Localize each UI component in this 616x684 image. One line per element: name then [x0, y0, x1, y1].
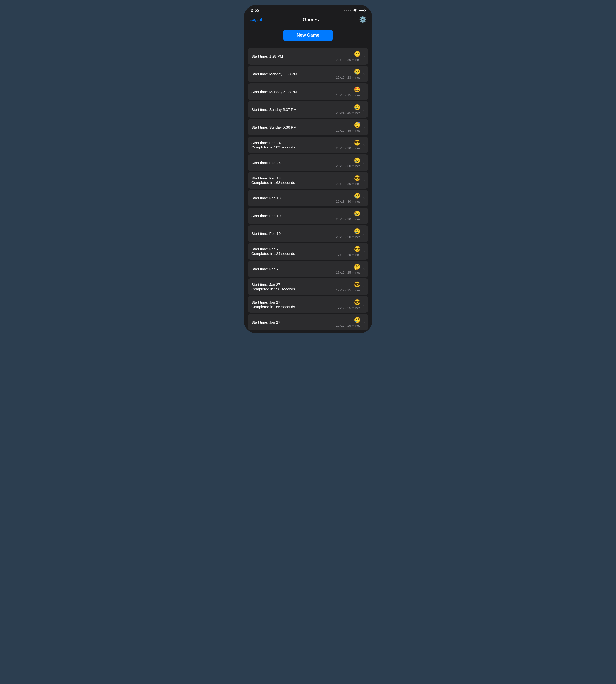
gear-icon[interactable]: ⚙️	[359, 16, 367, 23]
list-item[interactable]: Start time: Feb 10😢20x13 - 20 mines›	[248, 225, 368, 242]
game-emoji: 😢	[354, 317, 360, 323]
chevron-right-icon: ›	[364, 143, 365, 147]
game-grid-info: 15x10 - 23 mines	[336, 75, 360, 79]
game-start-time: Start time: Monday 5:38 PM	[251, 90, 336, 94]
game-grid-info: 20x13 - 30 mines	[336, 146, 360, 150]
game-grid-info: 10x10 - 15 mines	[336, 93, 360, 97]
list-item[interactable]: Start time: Monday 5:38 PM🤩10x10 - 15 mi…	[248, 84, 368, 100]
chevron-right-icon: ›	[364, 267, 365, 271]
list-item[interactable]: Start time: Monday 5:38 PM😢15x10 - 23 mi…	[248, 66, 368, 82]
game-emoji: 🤔	[354, 264, 360, 270]
game-completed-text: Completed in 196 seconds	[251, 287, 336, 291]
game-start-time: Start time: Sunday 5:36 PM	[251, 125, 336, 129]
list-item[interactable]: Start time: 1:28 PM🙂20x13 - 30 mines›	[248, 48, 368, 65]
game-grid-info: 20x13 - 30 mines	[336, 164, 360, 168]
game-emoji: 😎	[354, 175, 360, 181]
logout-button[interactable]: Logout	[249, 17, 262, 22]
chevron-right-icon: ›	[364, 214, 365, 218]
nav-bar: Logout Games ⚙️	[244, 14, 372, 26]
game-emoji: 😎	[354, 246, 360, 252]
game-grid-info: 17x12 - 25 mines	[336, 271, 360, 274]
game-completed-text: Completed in 182 seconds	[251, 145, 336, 149]
game-list: Start time: 1:28 PM🙂20x13 - 30 mines›Sta…	[244, 46, 372, 334]
list-item[interactable]: Start time: Jan 27Completed in 165 secon…	[248, 296, 368, 313]
chevron-right-icon: ›	[364, 284, 365, 289]
game-grid-info: 17x12 - 25 mines	[336, 288, 360, 292]
list-item[interactable]: Start time: Feb 7Completed in 124 second…	[248, 243, 368, 259]
game-completed-text: Completed in 168 seconds	[251, 181, 336, 185]
game-emoji: 😢	[354, 157, 360, 164]
game-emoji: 😢	[354, 210, 360, 217]
game-grid-info: 20x13 - 30 mines	[336, 200, 360, 203]
game-emoji: 🤩	[354, 86, 360, 93]
game-emoji: 😢	[354, 104, 360, 111]
game-grid-info: 17x12 - 25 mines	[336, 253, 360, 256]
game-start-time: Start time: Jan 27	[251, 300, 336, 304]
phone-frame: 2:55 Logout Games ⚙️ New Game	[244, 5, 372, 334]
game-emoji: 😢	[354, 228, 360, 235]
status-time: 2:55	[251, 8, 259, 13]
game-start-time: Start time: Jan 27	[251, 320, 336, 324]
chevron-right-icon: ›	[364, 320, 365, 324]
game-grid-info: 20x13 - 30 mines	[336, 182, 360, 186]
game-completed-text: Completed in 165 seconds	[251, 304, 336, 309]
game-start-time: Start time: Monday 5:38 PM	[251, 72, 336, 76]
game-start-time: Start time: Feb 18	[251, 176, 336, 180]
list-item[interactable]: Start time: Feb 24😢20x13 - 30 mines›	[248, 154, 368, 171]
chevron-right-icon: ›	[364, 231, 365, 236]
status-bar: 2:55	[244, 5, 372, 14]
battery-icon	[359, 9, 365, 12]
game-start-time: Start time: Feb 10	[251, 231, 336, 236]
list-item[interactable]: Start time: Feb 24Completed in 182 secon…	[248, 137, 368, 153]
game-start-time: Start time: Feb 7	[251, 247, 336, 251]
chevron-right-icon: ›	[364, 107, 365, 112]
list-item[interactable]: Start time: Feb 13😢20x13 - 30 mines›	[248, 190, 368, 206]
wifi-icon	[353, 8, 357, 13]
list-item[interactable]: Start time: Feb 10😢20x13 - 30 mines›	[248, 208, 368, 224]
list-item[interactable]: Start time: Sunday 5:36 PM😴20x20 - 35 mi…	[248, 119, 368, 135]
game-start-time: Start time: Jan 27	[251, 282, 336, 287]
game-grid-info: 17x12 - 25 mines	[336, 306, 360, 310]
game-start-time: Start time: Sunday 5:37 PM	[251, 107, 336, 112]
game-emoji: 🙂	[354, 51, 360, 58]
game-start-time: Start time: 1:28 PM	[251, 54, 336, 59]
game-emoji: 😢	[354, 69, 360, 75]
game-start-time: Start time: Feb 24	[251, 161, 336, 165]
new-game-button[interactable]: New Game	[283, 29, 333, 41]
game-start-time: Start time: Feb 7	[251, 267, 336, 271]
game-emoji: 😎	[354, 140, 360, 146]
game-grid-info: 20x24 - 45 mines	[336, 111, 360, 115]
list-item[interactable]: Start time: Jan 27😢17x12 - 25 mines›	[248, 314, 368, 330]
game-start-time: Start time: Feb 13	[251, 196, 336, 200]
list-item[interactable]: Start time: Jan 27Completed in 196 secon…	[248, 278, 368, 295]
game-grid-info: 20x13 - 30 mines	[336, 218, 360, 221]
chevron-right-icon: ›	[364, 302, 365, 307]
chevron-right-icon: ›	[364, 249, 365, 254]
game-start-time: Start time: Feb 10	[251, 214, 336, 218]
status-icons	[344, 8, 365, 13]
page-title: Games	[303, 17, 319, 23]
game-grid-info: 20x13 - 20 mines	[336, 235, 360, 239]
game-grid-info: 20x13 - 30 mines	[336, 58, 360, 62]
game-emoji: 😢	[354, 193, 360, 199]
chevron-right-icon: ›	[364, 196, 365, 200]
signal-dots	[344, 10, 351, 11]
game-emoji: 😎	[354, 299, 360, 305]
game-grid-info: 17x12 - 25 mines	[336, 324, 360, 327]
list-item[interactable]: Start time: Feb 18Completed in 168 secon…	[248, 172, 368, 189]
game-emoji: 😎	[354, 281, 360, 288]
chevron-right-icon: ›	[364, 178, 365, 183]
chevron-right-icon: ›	[364, 161, 365, 165]
chevron-right-icon: ›	[364, 125, 365, 130]
list-item[interactable]: Start time: Sunday 5:37 PM😢20x24 - 45 mi…	[248, 101, 368, 118]
game-emoji: 😴	[354, 122, 360, 128]
list-item[interactable]: Start time: Feb 7🤔17x12 - 25 mines›	[248, 261, 368, 277]
game-grid-info: 20x20 - 35 mines	[336, 129, 360, 133]
chevron-right-icon: ›	[364, 54, 365, 59]
chevron-right-icon: ›	[364, 72, 365, 76]
chevron-right-icon: ›	[364, 90, 365, 94]
new-game-container: New Game	[244, 26, 372, 46]
game-start-time: Start time: Feb 24	[251, 141, 336, 145]
game-completed-text: Completed in 124 seconds	[251, 251, 336, 256]
